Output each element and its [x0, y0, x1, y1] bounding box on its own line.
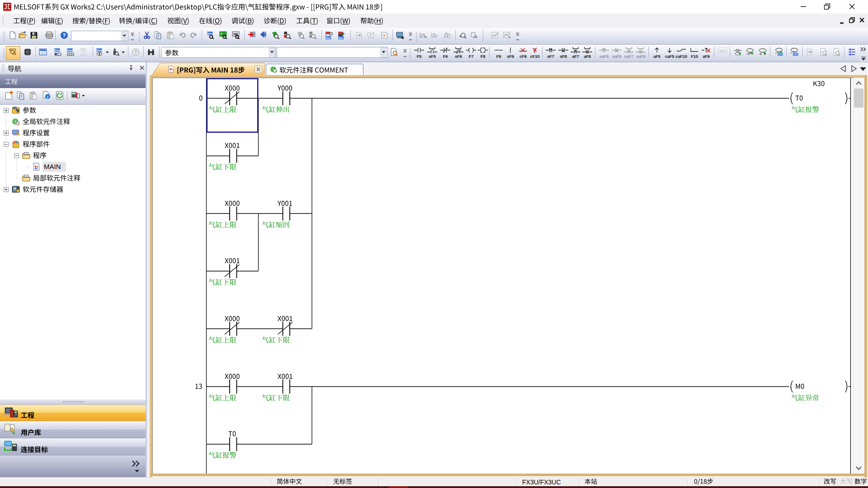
svg-text:Dev: Dev [96, 49, 102, 52]
svg-text:CC-L: CC-L [80, 53, 87, 56]
svg-text:i: i [47, 94, 48, 99]
svg-text:IST: IST [720, 49, 726, 53]
svg-text:Dev: Dev [326, 36, 331, 39]
svg-text:Dev: Dev [54, 49, 60, 52]
svg-text:?: ? [134, 49, 137, 55]
svg-text:Dev: Dev [207, 32, 213, 35]
svg-text:Dev: Dev [67, 49, 73, 52]
svg-text:Dev: Dev [80, 49, 86, 52]
svg-text:Dev: Dev [339, 36, 344, 39]
svg-text:?: ? [63, 33, 66, 38]
